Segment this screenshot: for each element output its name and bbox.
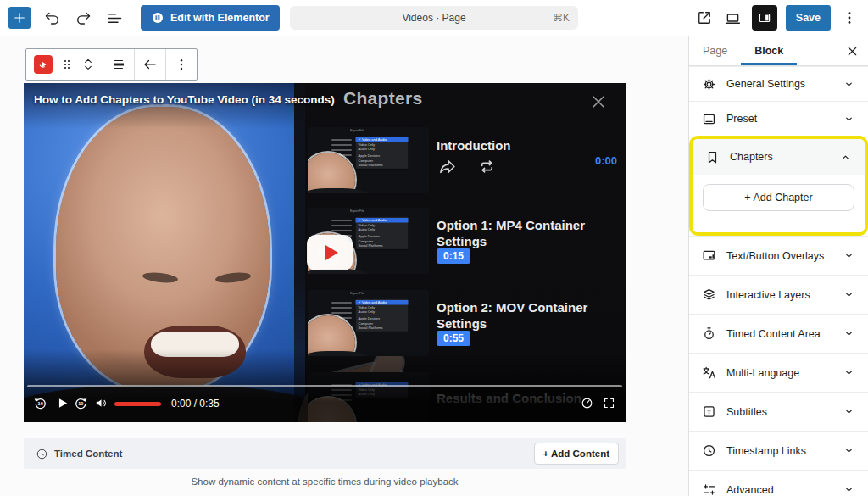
play-icon <box>55 396 70 410</box>
sidebar-section-timed-content-area[interactable]: Timed Content Area <box>689 314 868 353</box>
save-button[interactable]: Save <box>786 5 831 31</box>
overlays-icon <box>701 248 717 264</box>
add-chapter-button[interactable]: + Add Chapter <box>703 184 854 211</box>
chevron-down-icon <box>842 112 856 126</box>
section-label: Timestamp Links <box>726 445 806 457</box>
sidebar-section-interactive-layers[interactable]: Interactive Layers <box>689 275 868 314</box>
video-title: How to Add Chapters to YouTube Video (in… <box>34 93 335 106</box>
clock-icon <box>701 443 717 459</box>
edit-with-elementor-button[interactable]: Edit with Elementor <box>141 5 280 31</box>
chevron-down-icon <box>842 326 856 341</box>
presto-player-icon <box>36 58 50 71</box>
rewind-10-button[interactable]: 10 <box>32 395 48 411</box>
document-title: Videos · Page <box>402 12 465 24</box>
sidebar-section-multi-language[interactable]: Multi-Language <box>689 353 868 392</box>
kebab-menu-icon <box>841 9 858 26</box>
chevron-down-icon <box>842 404 856 419</box>
seek-bar[interactable] <box>27 385 622 387</box>
sidebar-section-text-button-overlays[interactable]: Text/Button Overlays <box>689 236 868 275</box>
section-label: Preset <box>726 113 757 125</box>
options-menu-button[interactable] <box>839 8 860 28</box>
add-content-button[interactable]: + Add Content <box>534 443 619 465</box>
play-button[interactable] <box>55 396 70 410</box>
document-overview-button[interactable] <box>104 8 125 28</box>
play-icon <box>326 245 338 260</box>
close-icon <box>845 44 860 59</box>
sidebar-section-timestamp-links[interactable]: Timestamp Links <box>689 431 868 470</box>
undo-button[interactable] <box>42 8 62 28</box>
chevron-down-icon <box>842 443 856 458</box>
plus-icon <box>12 10 27 25</box>
section-label: General Settings <box>726 78 805 90</box>
sidebar-section-preset[interactable]: Preset <box>689 101 868 136</box>
chapters-section-body: + Add Chapter <box>693 175 865 232</box>
section-label: Subtitles <box>726 406 767 418</box>
settings-sidebar: Page Block General Settings Preset Chapt… <box>688 36 868 496</box>
block-inserter-button[interactable] <box>8 7 31 29</box>
time-display: 0:00 / 0:35 <box>171 398 220 410</box>
bookmark-icon <box>704 149 721 165</box>
move-up-down-icon <box>81 56 95 73</box>
block-mover[interactable] <box>81 56 95 73</box>
section-label: Multi-Language <box>726 367 799 379</box>
block-toolbar <box>25 48 198 81</box>
command-palette-bar[interactable]: Videos · Page ⌘K <box>290 6 578 30</box>
chapter-thumbnail: Export File ✓ Video and AudioVideo OnlyA… <box>308 290 429 356</box>
svg-text:10: 10 <box>38 401 43 406</box>
svg-text:10: 10 <box>78 401 83 406</box>
select-parent-button[interactable] <box>142 57 158 72</box>
volume-button[interactable] <box>94 396 108 410</box>
section-label: Interactive Layers <box>726 289 810 301</box>
save-label: Save <box>796 12 821 24</box>
chevron-down-icon <box>842 287 856 302</box>
block-options-button[interactable] <box>174 57 189 72</box>
volume-slider[interactable] <box>114 402 161 406</box>
preview-button[interactable] <box>723 8 743 28</box>
sidebar-section-advanced[interactable]: Advanced <box>689 470 868 496</box>
forward-10-button[interactable]: 10 <box>73 395 89 411</box>
align-button[interactable] <box>111 57 126 72</box>
sidebar-section-subtitles[interactable]: Subtitles <box>689 392 868 431</box>
redo-button[interactable] <box>73 8 93 28</box>
redo-icon <box>75 9 92 27</box>
sidebar-section-chapters[interactable]: Chapters <box>693 139 865 175</box>
tab-page[interactable]: Page <box>689 36 741 65</box>
playback-speed-button[interactable] <box>580 396 594 410</box>
chapters-close-button[interactable] <box>588 92 609 112</box>
section-label: Advanced <box>726 484 774 496</box>
presto-player-block-button[interactable] <box>34 55 53 74</box>
section-label: Chapters <box>730 151 773 163</box>
view-page-button[interactable] <box>694 8 715 28</box>
timed-content-bar: Timed Content + Add Content <box>24 438 626 469</box>
fullscreen-button[interactable] <box>602 396 616 410</box>
editor-canvas: How to Add Chapters to YouTube Video (in… <box>0 36 688 496</box>
chapter-time: 0:00 <box>573 154 617 167</box>
timed-content-label: Timed Content <box>24 438 136 469</box>
sidebar-toggle-icon <box>757 10 772 25</box>
video-player[interactable]: How to Add Chapters to YouTube Video (in… <box>24 83 626 422</box>
drag-handle[interactable] <box>60 57 74 72</box>
stopwatch-icon <box>701 326 717 342</box>
chevron-down-icon <box>842 77 856 92</box>
edit-with-elementor-label: Edit with Elementor <box>170 12 270 24</box>
chevron-up-icon <box>838 150 853 164</box>
elementor-logo-icon <box>151 11 164 25</box>
chapter-title: Option 2: MOV Container Settings <box>437 299 602 332</box>
drag-handle-icon <box>60 57 74 72</box>
settings-sidebar-toggle[interactable] <box>752 5 777 31</box>
repeat-icon[interactable] <box>476 156 498 177</box>
chevron-down-icon <box>842 482 856 496</box>
play-button-large[interactable] <box>307 235 353 270</box>
share-icon[interactable] <box>437 156 458 177</box>
preset-icon <box>701 111 717 127</box>
list-view-icon <box>106 9 124 27</box>
tab-block[interactable]: Block <box>741 36 797 65</box>
close-sidebar-button[interactable] <box>845 44 860 59</box>
timed-content-description: Show dynamic content at specific times d… <box>24 476 626 487</box>
chapter-time-badge: 0:55 <box>437 331 470 346</box>
subtitles-icon <box>701 404 717 420</box>
chapters-section-highlight: Chapters + Add Chapter <box>689 136 868 236</box>
close-icon <box>588 92 609 112</box>
sidebar-section-general-settings[interactable]: General Settings <box>689 66 868 101</box>
section-label: Timed Content Area <box>726 328 821 340</box>
